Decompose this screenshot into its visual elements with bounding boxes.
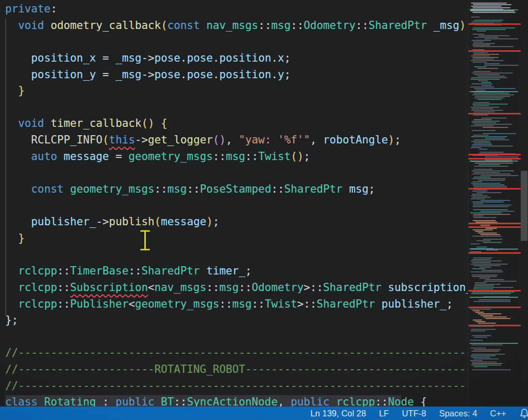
status-encoding[interactable]: UTF-8 — [402, 409, 426, 418]
code-line[interactable]: }; — [5, 312, 468, 329]
code-line[interactable] — [5, 247, 468, 264]
code-line[interactable] — [5, 329, 468, 345]
code-line[interactable]: class Rotating : public BT::SyncActionNo… — [5, 394, 468, 407]
status-eol[interactable]: LF — [379, 409, 389, 418]
code-editor[interactable]: private: void odometry_callback(const na… — [0, 0, 468, 407]
status-bar: Ln 139, Col 28 LF UTF-8 Spaces: 4 C++ — [0, 407, 528, 420]
code-line[interactable]: const geometry_msgs::msg::PoseStamped::S… — [5, 181, 468, 198]
code-line[interactable]: } — [5, 83, 468, 99]
status-language[interactable]: C++ — [490, 409, 506, 418]
code-line[interactable]: } — [5, 230, 468, 247]
scrollbar-thumb[interactable] — [521, 171, 527, 241]
ibeam-mouse-cursor — [139, 229, 151, 251]
scrollbar[interactable] — [520, 0, 528, 407]
notifications-bell-icon[interactable] — [519, 408, 528, 418]
code-area: private: void odometry_callback(const na… — [5, 1, 468, 407]
code-line[interactable]: rclcpp::Subscription<nav_msgs::msg::Odom… — [5, 280, 468, 296]
code-line[interactable] — [5, 34, 468, 50]
code-line[interactable]: void odometry_callback(const nav_msgs::m… — [5, 18, 468, 34]
code-line[interactable]: publisher_->publish(message); — [5, 214, 468, 230]
status-cursor-position[interactable]: Ln 139, Col 28 — [310, 409, 366, 418]
code-line[interactable] — [5, 165, 468, 181]
code-line[interactable]: void timer_callback() { — [5, 115, 468, 132]
code-line[interactable] — [5, 99, 468, 116]
code-line[interactable]: rclcpp::Publisher<geometry_msgs::msg::Tw… — [5, 296, 468, 313]
code-line[interactable]: auto message = geometry_msgs::msg::Twist… — [5, 149, 468, 165]
code-line[interactable]: rclcpp::TimerBase::SharedPtr timer_; — [5, 263, 468, 280]
minimap[interactable] — [468, 0, 521, 407]
code-line[interactable]: //--------------------------------------… — [5, 345, 468, 361]
status-indentation[interactable]: Spaces: 4 — [439, 409, 477, 418]
code-line[interactable]: private: — [5, 1, 468, 18]
code-line[interactable]: RCLCPP_INFO(this->get_logger(), "yaw: '%… — [5, 132, 468, 149]
code-line[interactable]: position_x = _msg->pose.pose.position.x; — [5, 50, 468, 67]
code-line[interactable]: //---------------------ROTATING_ROBOT---… — [5, 361, 468, 378]
code-line[interactable] — [5, 198, 468, 214]
code-line[interactable]: //--------------------------------------… — [5, 378, 468, 395]
vscode-window: private: void odometry_callback(const na… — [0, 0, 528, 420]
code-line[interactable]: position_y = _msg->pose.pose.position.y; — [5, 67, 468, 83]
